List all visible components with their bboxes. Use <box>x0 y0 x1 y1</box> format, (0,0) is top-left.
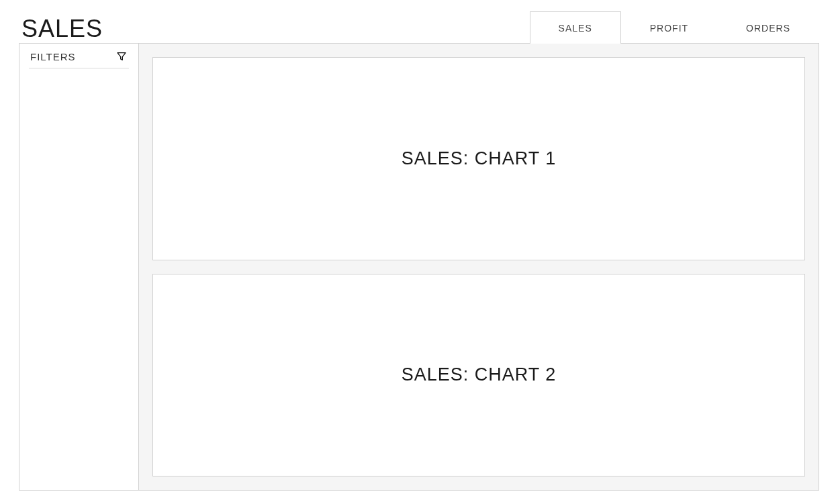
chart-title: SALES: CHART 2 <box>402 364 557 385</box>
tab-label: SALES <box>559 23 592 34</box>
sidebar: FILTERS <box>19 44 139 490</box>
filter-icon[interactable] <box>115 50 128 62</box>
tab-label: ORDERS <box>746 23 790 34</box>
tab-profit[interactable]: PROFIT <box>621 11 717 44</box>
filters-label: FILTERS <box>30 51 76 62</box>
main-body: FILTERS SALES: CHART 1 SALES: CHART 2 <box>19 43 819 491</box>
chart-card-2: SALES: CHART 2 <box>152 274 805 477</box>
header: SALES SALES PROFIT ORDERS <box>19 11 819 43</box>
filters-header: FILTERS <box>29 50 129 68</box>
content-area: SALES: CHART 1 SALES: CHART 2 <box>139 44 819 490</box>
tab-orders[interactable]: ORDERS <box>717 11 819 44</box>
tab-sales[interactable]: SALES <box>530 11 621 44</box>
tab-bar: SALES PROFIT ORDERS <box>530 11 819 43</box>
tab-label: PROFIT <box>650 23 688 34</box>
page-title: SALES <box>19 15 103 43</box>
app-root: SALES SALES PROFIT ORDERS FILTERS <box>0 0 838 504</box>
chart-card-1: SALES: CHART 1 <box>152 57 805 260</box>
chart-title: SALES: CHART 1 <box>402 148 557 169</box>
